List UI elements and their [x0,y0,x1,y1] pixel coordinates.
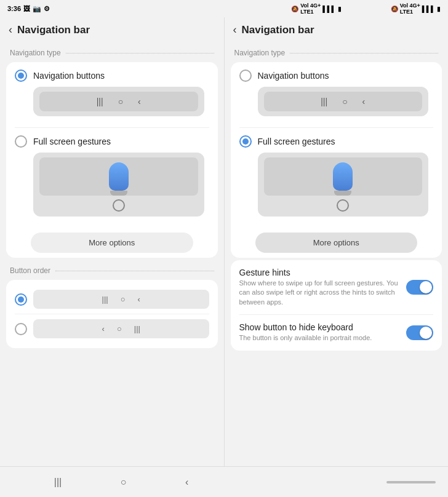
left-btn-back-2: ‹ [102,324,105,333]
bottom-recent-btn[interactable]: ||| [54,477,62,488]
right-hide-keyboard-knob [420,327,432,339]
right-gesture-hints-knob [420,281,432,293]
right-recent-icon: ||| [321,97,327,106]
bottom-right-area [242,467,448,497]
left-gesture-preview-inner [39,157,198,196]
right-nav-options-card: Navigation buttons ||| ○ ‹ [231,62,442,258]
left-btn-back: ‹ [138,295,140,304]
left-nav-buttons-radio[interactable] [15,70,27,82]
right-back-icon: ‹ [362,97,366,106]
status-bar: 3:36 🖼 📷 ⚙ 🔕 Vol 4G+LTE1 ▌▌▌ ▮ 🔕 Vol 4G+… [0,0,448,17]
right-nav-buttons-label: Navigation buttons [258,71,329,81]
right-gesture-option[interactable]: Full screen gestures [231,128,442,228]
right-nav-type-header: Navigation type [225,42,449,60]
scroll-indicator [386,481,436,483]
left-gesture-preview [33,153,204,217]
status-right-left: 🔕 Vol 4G+LTE1 ▌▌▌ ▮ [291,2,341,15]
left-nav-options-card: Navigation buttons ||| ○ ‹ [6,62,218,258]
left-btn-recent-2: ||| [134,324,140,333]
left-nav-buttons-preview: ||| ○ ‹ [33,87,204,116]
right-nav-buttons-preview: ||| ○ ‹ [258,87,429,116]
right-gesture-preview [258,153,429,217]
right-nav-buttons-radio[interactable] [239,70,252,82]
left-section-divider [66,53,214,54]
battery-icon-2: ▮ [437,6,441,12]
left-btn-recent: ||| [102,295,108,304]
right-back-button[interactable]: ‹ [233,23,237,36]
settings-icon: ⚙ [44,5,50,13]
status-right-right: 🔕 Vol 4G+LTE1 ▌▌▌ ▮ [391,2,441,15]
left-panel-header: ‹ Navigation bar [0,17,224,42]
right-panel-content: Navigation type Navigation buttons ||| ○… [225,42,449,466]
right-hide-keyboard-row: Show button to hide keyboard The button … [231,315,442,350]
bottom-bar: ||| ○ ‹ [0,466,448,497]
signal-icon: ▌▌▌ [322,6,335,12]
signal-icon-2: ▌▌▌ [422,6,435,12]
right-gesture-hints-row: Gesture hints Show where to swipe up for… [231,260,442,314]
right-gesture-radio[interactable] [239,135,252,148]
left-btn-order-preview-2: ‹ ○ ||| [33,319,209,338]
right-home-icon: ○ [342,97,347,106]
left-nav-buttons-label: Navigation buttons [33,71,105,81]
right-nav-buttons-option[interactable]: Navigation buttons ||| ○ ‹ [231,62,442,127]
network-text: Vol 4G+LTE1 [300,2,321,15]
right-nav-preview-inner: ||| ○ ‹ [264,92,423,111]
right-gesture-hints-desc: Show where to swipe up for full screen g… [239,279,401,307]
left-btn-row-divider [15,314,209,314]
left-home-icon: ○ [118,97,123,106]
left-btn-order-row-1[interactable]: ||| ○ ‹ [15,286,209,312]
left-btn-order-row-2[interactable]: ‹ ○ ||| [15,316,209,342]
left-back-icon: ‹ [138,97,141,106]
battery-icon: ▮ [338,6,342,12]
bottom-home-btn[interactable]: ○ [121,477,127,488]
mute-icon: 🔕 [291,6,298,12]
bottom-back-btn[interactable]: ‹ [185,477,188,488]
right-hide-keyboard-text: Show button to hide keyboard The button … [239,322,407,343]
left-btn-order-header: Button order [0,260,224,277]
right-gesture-label: Full screen gestures [258,137,335,146]
status-left: 3:36 🖼 📷 ⚙ [7,5,50,13]
left-gesture-label: Full screen gestures [33,137,111,146]
right-hide-keyboard-toggle[interactable] [406,325,433,340]
camera-icon: 📷 [33,5,41,13]
right-gesture-hints-title: Gesture hints [239,268,401,277]
left-nav-preview-inner: ||| ○ ‹ [39,92,198,111]
left-gesture-home [113,199,125,212]
left-nav-type-header: Navigation type [0,42,224,60]
left-gesture-handle [109,162,129,191]
right-gesture-hints-text: Gesture hints Show where to swipe up for… [239,268,407,307]
right-section-divider [290,53,438,54]
left-btn-home-2: ○ [117,324,122,333]
mute-icon-2: 🔕 [391,6,398,12]
right-gesture-hints-toggle[interactable] [406,280,433,295]
right-hide-keyboard-title: Show button to hide keyboard [239,322,401,332]
left-panel-title: Navigation bar [17,24,90,36]
left-gesture-option[interactable]: Full screen gestures [6,128,218,228]
gallery-icon: 🖼 [23,5,30,12]
network-text-2: Vol 4G+LTE1 [400,2,420,15]
bottom-nav: ||| ○ ‹ [0,467,242,497]
left-nav-type-label: Navigation type [10,49,61,57]
left-back-button[interactable]: ‹ [9,23,12,36]
right-panel: ‹ Navigation bar Navigation type Navigat… [224,17,449,466]
right-gesture-preview-inner [264,157,423,196]
right-gesture-handle [333,162,353,191]
left-recent-icon: ||| [97,97,103,106]
right-panel-title: Navigation bar [242,24,314,36]
right-gesture-hints-card: Gesture hints Show where to swipe up for… [231,260,442,351]
left-gesture-radio[interactable] [15,135,27,148]
left-more-options-btn[interactable]: More options [31,233,193,253]
right-nav-type-label: Navigation type [234,49,286,57]
left-btn-order-label: Button order [10,266,50,275]
right-more-options-btn[interactable]: More options [255,233,418,253]
left-panel-content: Navigation type Navigation buttons ||| ○… [0,42,224,466]
left-panel: ‹ Navigation bar Navigation type Navigat… [0,17,224,466]
left-btn-order-radio-1[interactable] [15,293,27,306]
left-btn-order-divider [55,271,214,271]
right-gesture-home [337,199,349,212]
panels: ‹ Navigation bar Navigation type Navigat… [0,17,448,466]
left-nav-buttons-option[interactable]: Navigation buttons ||| ○ ‹ [6,62,218,127]
left-btn-order-radio-2[interactable] [15,323,27,335]
right-hide-keyboard-desc: The button is only available in portrait… [239,333,401,343]
left-btn-order-preview-1: ||| ○ ‹ [33,290,209,309]
